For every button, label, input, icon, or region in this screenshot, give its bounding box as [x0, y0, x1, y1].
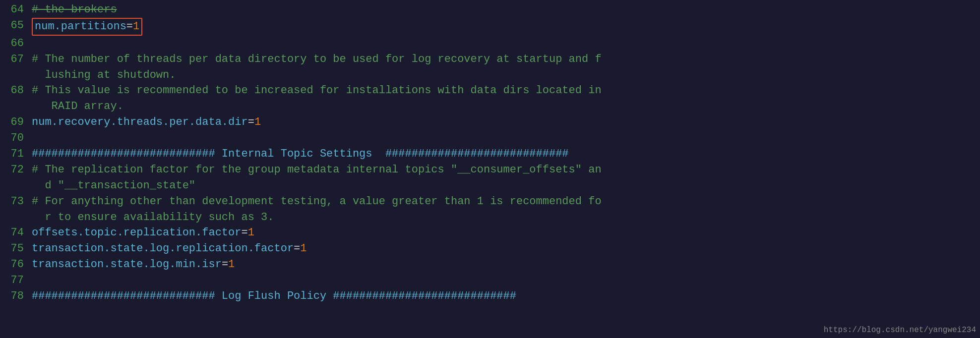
line-content: # This value is recommended to be increa… — [32, 83, 976, 114]
line-number: 68 — [4, 83, 24, 99]
code-line-68: 68 # This value is recommended to be inc… — [0, 83, 980, 114]
code-line-75: 75 transaction.state.log.replication.fac… — [0, 241, 980, 257]
config-key: num.recovery.threads.per.data.dir — [32, 116, 248, 128]
highlighted-code: num.partitions=1 — [32, 18, 142, 36]
line-content — [32, 130, 976, 146]
code-block: 64 # the brokers 65 num.partitions=1 66 … — [0, 0, 980, 306]
line-content: num.recovery.threads.per.data.dir=1 — [32, 114, 976, 130]
equals-sign: = — [126, 20, 133, 33]
line-number: 73 — [4, 194, 24, 210]
config-value: 1 — [133, 20, 139, 33]
url-reference: https://blog.csdn.net/yangwei234 — [824, 325, 976, 336]
code-line-74: 74 offsets.topic.replication.factor=1 — [0, 225, 980, 241]
line-number: 71 — [4, 146, 24, 162]
line-content — [32, 36, 976, 52]
code-line-70: 70 — [0, 130, 980, 146]
line-number: 75 — [4, 241, 24, 257]
equals-sign: = — [294, 242, 300, 255]
config-value: 1 — [228, 258, 235, 271]
line-content: # For anything other than development te… — [32, 194, 976, 225]
line-content: ############################ Log Flush P… — [32, 288, 976, 304]
config-value: 1 — [248, 226, 254, 239]
line-content: offsets.topic.replication.factor=1 — [32, 225, 976, 241]
line-number: 64 — [4, 2, 24, 18]
code-line-77: 77 — [0, 273, 980, 288]
code-line-76: 76 transaction.state.log.min.isr=1 — [0, 257, 980, 273]
code-line-67: 67 # The number of threads per data dire… — [0, 52, 980, 83]
line-number: 69 — [4, 114, 24, 130]
code-line-71: 71 ############################ Internal… — [0, 146, 980, 162]
code-line-78: 78 ############################ Log Flus… — [0, 288, 980, 304]
code-line-69: 69 num.recovery.threads.per.data.dir=1 — [0, 114, 980, 130]
config-key: num.partitions — [35, 20, 126, 33]
line-content: # the brokers — [32, 2, 976, 18]
code-line-66: 66 — [0, 36, 980, 52]
line-content: ############################ Internal To… — [32, 146, 976, 162]
line-number: 70 — [4, 130, 24, 146]
line-number: 72 — [4, 162, 24, 178]
config-key: transaction.state.log.min.isr — [32, 258, 222, 271]
line-number: 78 — [4, 288, 24, 304]
line-content: # The replication factor for the group m… — [32, 162, 976, 194]
code-line-64: 64 # the brokers — [0, 2, 980, 18]
code-line-65: 65 num.partitions=1 — [0, 18, 980, 36]
line-content: # The number of threads per data directo… — [32, 52, 976, 83]
equals-sign: = — [241, 226, 247, 239]
config-value: 1 — [300, 242, 306, 255]
line-content: transaction.state.log.replication.factor… — [32, 241, 976, 257]
config-key: transaction.state.log.replication.factor — [32, 242, 294, 255]
line-content: transaction.state.log.min.isr=1 — [32, 257, 976, 273]
line-number: 74 — [4, 225, 24, 241]
config-value: 1 — [254, 116, 261, 128]
code-line-73: 73 # For anything other than development… — [0, 194, 980, 225]
line-number: 67 — [4, 52, 24, 67]
equals-sign: = — [222, 258, 228, 271]
code-line-72: 72 # The replication factor for the grou… — [0, 162, 980, 194]
line-content: num.partitions=1 — [32, 18, 976, 36]
line-number: 66 — [4, 36, 24, 52]
line-number: 65 — [4, 18, 24, 34]
equals-sign: = — [248, 116, 254, 128]
line-number: 76 — [4, 257, 24, 273]
config-key: offsets.topic.replication.factor — [32, 226, 241, 239]
line-number: 77 — [4, 273, 24, 288]
line-content — [32, 273, 976, 288]
